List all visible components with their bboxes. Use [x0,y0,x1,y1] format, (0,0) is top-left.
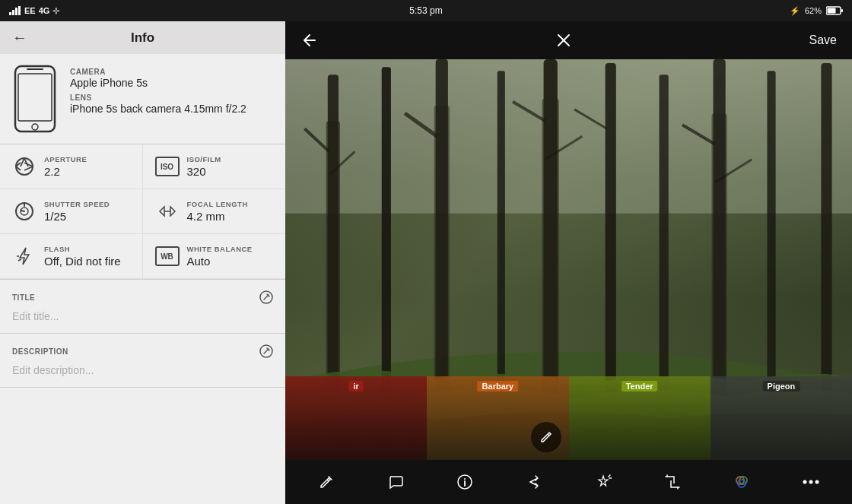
focal-icon [155,201,180,222]
image-editor: ir Barbary [285,59,852,460]
title-placeholder[interactable]: Edit title... [12,310,273,322]
aperture-text: APERTURE 2.2 [44,155,87,178]
focal-text: FOCAL LENGTH 4.2 mm [187,200,248,223]
camera-label: CAMERA [70,68,246,76]
svg-rect-37 [285,59,852,214]
bottom-toolbar [285,460,852,504]
svg-marker-22 [160,207,164,216]
filter-item-pigeon[interactable]: Pigeon [711,376,852,460]
shutter-value: 1/25 [44,210,110,223]
aperture-value: 2.2 [44,165,87,178]
filter-edit-icon[interactable] [531,422,561,452]
shutter-text: SHUTTER SPEED 1/25 [44,200,110,223]
lens-label: LENS [70,94,246,102]
signal-bars [9,6,21,15]
filter-item-barbary[interactable]: Barbary [427,376,568,460]
more-tool-button[interactable] [796,474,825,490]
editor-header: Save [285,21,852,59]
iso-item: ISO ISO/FILM 320 [143,144,286,189]
description-section: DESCRIPTION Edit description... [0,334,285,388]
svg-marker-25 [20,248,29,265]
editor-back-button[interactable] [300,31,319,49]
wb-item: WB WHITE BALANCE Auto [143,234,286,279]
description-placeholder[interactable]: Edit description... [12,364,273,376]
filter-item-ir[interactable]: ir [285,376,427,460]
carrier-label: EE [24,6,36,15]
battery-percent: 62% [805,6,822,15]
filter-label-barbary: Barbary [478,381,519,391]
crop-tool-button[interactable] [658,468,687,496]
aperture-label: APERTURE [44,155,87,163]
shutter-icon [12,201,37,222]
svg-line-64 [327,480,329,481]
filter-label-tender: Tender [622,381,658,391]
editor-panel: Save [285,21,852,504]
title-edit-button[interactable] [259,290,273,304]
svg-rect-6 [828,8,836,14]
iso-text: ISO/FILM 320 [187,155,221,178]
network-label: 4G [39,6,50,15]
filter-strip: ir Barbary [285,376,852,460]
iso-label: ISO/FILM [187,155,221,163]
lens-value: iPhone 5s back camera 4.15mm f/2.2 [70,103,246,115]
title-section: TITLE Edit title... [0,280,285,334]
focal-value: 4.2 mm [187,210,248,223]
camera-section: CAMERA Apple iPhone 5s LENS iPhone 5s ba… [0,54,285,144]
color-tool-button[interactable] [727,468,756,496]
camera-details: CAMERA Apple iPhone 5s LENS iPhone 5s ba… [70,65,246,115]
svg-rect-2 [15,8,17,15]
editor-close-button[interactable] [555,32,572,49]
focal-item: FOCAL LENGTH 4.2 mm [143,189,286,234]
back-button[interactable]: ← [12,29,27,46]
auto-tool-button[interactable] [589,468,618,496]
wb-value: Auto [187,255,253,268]
phone-icon [12,65,58,133]
wb-text: WHITE BALANCE Auto [187,245,253,268]
comment-tool-button[interactable] [381,468,410,496]
iso-value: 320 [187,165,221,178]
status-right: ⚡ 62% [790,6,843,16]
svg-rect-1 [12,10,14,15]
filter-label-ir: ir [348,381,363,391]
svg-rect-0 [9,12,11,15]
flash-icon [12,246,37,267]
svg-rect-3 [18,6,21,15]
bluetooth-icon: ⚡ [790,6,800,16]
filter-item-tender[interactable]: Tender [569,376,711,460]
info-tool-button[interactable] [450,468,479,496]
info-title: Info [131,30,154,46]
svg-point-80 [815,480,819,484]
svg-point-78 [803,480,807,484]
svg-point-10 [32,124,38,130]
flash-text: FLASH Off, Did not fire [44,245,121,268]
shutter-item: SHUTTER SPEED 1/25 [0,189,143,234]
battery-icon [826,6,843,15]
specs-grid: APERTURE 2.2 ISO ISO/FILM 320 [0,144,285,280]
edit-tool-button[interactable] [312,468,341,496]
aperture-item: APERTURE 2.2 [0,144,143,189]
svg-rect-5 [841,9,843,12]
svg-line-21 [21,211,24,211]
status-left: EE 4G ⊹ [9,6,59,16]
share-tool-button[interactable] [520,468,548,496]
flash-item: FLASH Off, Did not fire [0,234,143,279]
svg-point-11 [16,158,33,175]
save-button[interactable]: Save [809,33,837,47]
focal-label: FOCAL LENGTH [187,200,248,208]
svg-rect-7 [15,66,55,132]
camera-info: CAMERA Apple iPhone 5s [70,68,246,89]
flash-value: Off, Did not fire [44,255,121,268]
wb-label: WHITE BALANCE [187,245,253,253]
aperture-icon [12,156,37,177]
status-bar: EE 4G ⊹ 5:53 pm ⚡ 62% [0,0,852,21]
description-label: DESCRIPTION [12,347,68,356]
wb-icon: WB [155,246,180,266]
shutter-label: SHUTTER SPEED [44,200,110,208]
status-icon: ⊹ [52,6,59,16]
iso-icon: ISO [155,157,180,176]
svg-line-26 [18,259,21,261]
camera-value: Apple iPhone 5s [70,77,246,89]
flash-label: FLASH [44,245,121,253]
description-edit-button[interactable] [259,344,273,358]
svg-point-79 [809,480,813,484]
